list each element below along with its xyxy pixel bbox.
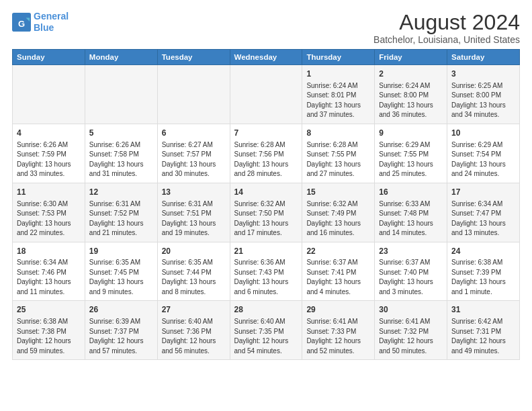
calendar-week-2: 4Sunrise: 6:26 AM Sunset: 7:59 PM Daylig… — [13, 124, 520, 183]
day-info: Sunrise: 6:38 AM Sunset: 7:38 PM Dayligh… — [17, 317, 81, 356]
day-info: Sunrise: 6:26 AM Sunset: 7:59 PM Dayligh… — [17, 140, 81, 179]
day-number: 4 — [17, 128, 81, 139]
day-number: 30 — [379, 304, 443, 316]
day-info: Sunrise: 6:28 AM Sunset: 7:55 PM Dayligh… — [306, 140, 370, 179]
calendar-cell: 21Sunrise: 6:36 AM Sunset: 7:43 PM Dayli… — [230, 242, 302, 301]
day-info: Sunrise: 6:28 AM Sunset: 7:56 PM Dayligh… — [234, 140, 298, 179]
day-number: 17 — [451, 187, 515, 198]
day-info: Sunrise: 6:24 AM Sunset: 8:01 PM Dayligh… — [306, 81, 370, 120]
logo-line2: Blue — [34, 22, 54, 33]
day-number: 10 — [451, 128, 515, 139]
calendar-header-saturday: Saturday — [447, 50, 520, 65]
calendar-cell: 9Sunrise: 6:29 AM Sunset: 7:55 PM Daylig… — [375, 124, 447, 183]
day-number: 5 — [89, 128, 153, 139]
calendar-cell: 17Sunrise: 6:34 AM Sunset: 7:47 PM Dayli… — [447, 183, 520, 242]
calendar-cell: 8Sunrise: 6:28 AM Sunset: 7:55 PM Daylig… — [302, 124, 375, 183]
calendar-week-1: 1Sunrise: 6:24 AM Sunset: 8:01 PM Daylig… — [13, 65, 520, 124]
calendar-cell: 3Sunrise: 6:25 AM Sunset: 8:00 PM Daylig… — [447, 65, 520, 124]
calendar-cell: 29Sunrise: 6:41 AM Sunset: 7:33 PM Dayli… — [302, 301, 375, 360]
day-info: Sunrise: 6:29 AM Sunset: 7:54 PM Dayligh… — [451, 140, 515, 179]
day-number: 22 — [306, 246, 370, 257]
day-number: 20 — [162, 246, 226, 257]
calendar-header-thursday: Thursday — [302, 50, 375, 65]
day-info: Sunrise: 6:31 AM Sunset: 7:51 PM Dayligh… — [162, 199, 226, 238]
logo-icon: G — [12, 13, 31, 32]
calendar-cell: 16Sunrise: 6:33 AM Sunset: 7:48 PM Dayli… — [375, 183, 447, 242]
day-number: 31 — [451, 304, 515, 316]
day-info: Sunrise: 6:30 AM Sunset: 7:53 PM Dayligh… — [17, 199, 81, 238]
day-number: 16 — [379, 187, 443, 198]
calendar-cell: 1Sunrise: 6:24 AM Sunset: 8:01 PM Daylig… — [302, 65, 375, 124]
day-number: 28 — [234, 304, 298, 316]
calendar-cell: 26Sunrise: 6:39 AM Sunset: 7:37 PM Dayli… — [85, 301, 157, 360]
day-number: 11 — [17, 187, 81, 198]
day-number: 15 — [306, 187, 370, 198]
calendar-header-tuesday: Tuesday — [157, 50, 230, 65]
day-info: Sunrise: 6:34 AM Sunset: 7:47 PM Dayligh… — [451, 199, 515, 238]
calendar-cell: 22Sunrise: 6:37 AM Sunset: 7:41 PM Dayli… — [302, 242, 375, 301]
svg-text:G: G — [18, 18, 25, 28]
day-number: 23 — [379, 246, 443, 257]
calendar-cell: 13Sunrise: 6:31 AM Sunset: 7:51 PM Dayli… — [157, 183, 230, 242]
day-info: Sunrise: 6:38 AM Sunset: 7:39 PM Dayligh… — [451, 258, 515, 297]
calendar-cell — [13, 65, 85, 124]
day-number: 1 — [306, 68, 370, 80]
calendar-cell: 2Sunrise: 6:24 AM Sunset: 8:00 PM Daylig… — [375, 65, 447, 124]
day-number: 9 — [379, 128, 443, 139]
day-number: 7 — [234, 128, 298, 139]
calendar-cell — [157, 65, 230, 124]
day-info: Sunrise: 6:42 AM Sunset: 7:31 PM Dayligh… — [451, 317, 515, 356]
calendar-cell: 12Sunrise: 6:31 AM Sunset: 7:52 PM Dayli… — [85, 183, 157, 242]
calendar-week-3: 11Sunrise: 6:30 AM Sunset: 7:53 PM Dayli… — [13, 183, 520, 242]
page-header: G General Blue August 2024 Batchelor, Lo… — [12, 11, 520, 45]
day-number: 29 — [306, 304, 370, 316]
calendar-table: SundayMondayTuesdayWednesdayThursdayFrid… — [12, 49, 520, 360]
day-info: Sunrise: 6:35 AM Sunset: 7:44 PM Dayligh… — [162, 258, 226, 297]
day-number: 2 — [379, 68, 443, 80]
calendar-cell: 30Sunrise: 6:41 AM Sunset: 7:32 PM Dayli… — [375, 301, 447, 360]
day-info: Sunrise: 6:25 AM Sunset: 8:00 PM Dayligh… — [451, 81, 515, 120]
day-number: 12 — [89, 187, 153, 198]
day-info: Sunrise: 6:39 AM Sunset: 7:37 PM Dayligh… — [89, 317, 153, 356]
day-number: 8 — [306, 128, 370, 139]
calendar-cell: 20Sunrise: 6:35 AM Sunset: 7:44 PM Dayli… — [157, 242, 230, 301]
day-info: Sunrise: 6:32 AM Sunset: 7:49 PM Dayligh… — [306, 199, 370, 238]
day-info: Sunrise: 6:35 AM Sunset: 7:45 PM Dayligh… — [89, 258, 153, 297]
day-number: 21 — [234, 246, 298, 257]
calendar-cell: 24Sunrise: 6:38 AM Sunset: 7:39 PM Dayli… — [447, 242, 520, 301]
calendar-cell: 27Sunrise: 6:40 AM Sunset: 7:36 PM Dayli… — [157, 301, 230, 360]
calendar-page: G General Blue August 2024 Batchelor, Lo… — [0, 0, 532, 411]
title-block: August 2024 Batchelor, Louisiana, United… — [373, 11, 520, 45]
day-number: 13 — [162, 187, 226, 198]
calendar-cell: 5Sunrise: 6:26 AM Sunset: 7:58 PM Daylig… — [85, 124, 157, 183]
day-info: Sunrise: 6:34 AM Sunset: 7:46 PM Dayligh… — [17, 258, 81, 297]
calendar-header-sunday: Sunday — [13, 50, 85, 65]
calendar-cell: 4Sunrise: 6:26 AM Sunset: 7:59 PM Daylig… — [13, 124, 85, 183]
day-number: 26 — [89, 304, 153, 316]
calendar-week-4: 18Sunrise: 6:34 AM Sunset: 7:46 PM Dayli… — [13, 242, 520, 301]
day-info: Sunrise: 6:37 AM Sunset: 7:40 PM Dayligh… — [379, 258, 443, 297]
calendar-cell: 14Sunrise: 6:32 AM Sunset: 7:50 PM Dayli… — [230, 183, 302, 242]
calendar-week-5: 25Sunrise: 6:38 AM Sunset: 7:38 PM Dayli… — [13, 301, 520, 360]
day-number: 14 — [234, 187, 298, 198]
calendar-cell: 23Sunrise: 6:37 AM Sunset: 7:40 PM Dayli… — [375, 242, 447, 301]
logo-line1: General — [34, 11, 69, 21]
page-subtitle: Batchelor, Louisiana, United States — [373, 34, 520, 45]
logo: G General Blue — [12, 11, 69, 34]
logo-text: General Blue — [34, 11, 69, 34]
day-info: Sunrise: 6:24 AM Sunset: 8:00 PM Dayligh… — [379, 81, 443, 120]
day-number: 25 — [17, 304, 81, 316]
calendar-cell: 19Sunrise: 6:35 AM Sunset: 7:45 PM Dayli… — [85, 242, 157, 301]
calendar-header-wednesday: Wednesday — [230, 50, 302, 65]
day-number: 3 — [451, 68, 515, 80]
day-number: 6 — [162, 128, 226, 139]
calendar-cell: 25Sunrise: 6:38 AM Sunset: 7:38 PM Dayli… — [13, 301, 85, 360]
calendar-cell: 15Sunrise: 6:32 AM Sunset: 7:49 PM Dayli… — [302, 183, 375, 242]
calendar-cell: 6Sunrise: 6:27 AM Sunset: 7:57 PM Daylig… — [157, 124, 230, 183]
day-info: Sunrise: 6:40 AM Sunset: 7:36 PM Dayligh… — [162, 317, 226, 356]
calendar-cell: 28Sunrise: 6:40 AM Sunset: 7:35 PM Dayli… — [230, 301, 302, 360]
day-number: 27 — [162, 304, 226, 316]
day-number: 24 — [451, 246, 515, 257]
calendar-header-monday: Monday — [85, 50, 157, 65]
calendar-cell: 11Sunrise: 6:30 AM Sunset: 7:53 PM Dayli… — [13, 183, 85, 242]
